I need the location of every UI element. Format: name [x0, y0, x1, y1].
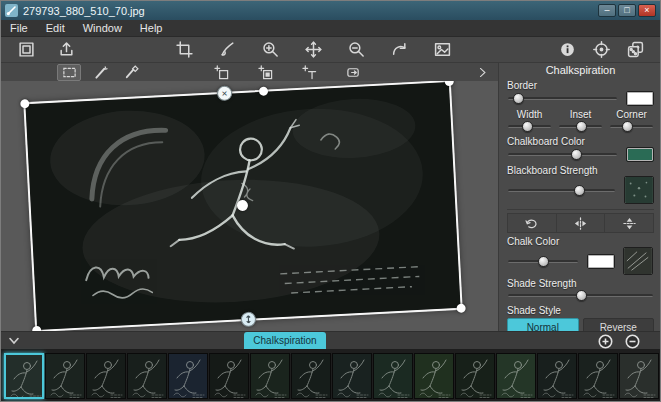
slider-thumb[interactable] — [576, 121, 587, 132]
menu-window[interactable]: Window — [74, 20, 131, 36]
corner-label: Corner — [609, 109, 654, 120]
canvas-area[interactable]: × — [1, 81, 498, 331]
chalk-color-label: Chalk Color — [507, 236, 654, 247]
redo-icon[interactable] — [386, 39, 412, 61]
handle-bottom-right[interactable] — [456, 303, 465, 312]
shade-style-buttons: Normal Reverse — [507, 318, 654, 331]
corner-slider[interactable] — [609, 120, 654, 133]
bottom-bar: Chalkspiration — [1, 331, 660, 349]
slider-thumb[interactable] — [571, 149, 582, 160]
blackboard-texture-swatch[interactable] — [624, 176, 654, 204]
panel-title: Chalkspiration — [507, 63, 654, 77]
add-frame-icon[interactable] — [209, 64, 233, 81]
chalk-brush-icon[interactable] — [89, 64, 113, 81]
menu-file[interactable]: File — [1, 20, 37, 36]
thumbnail[interactable] — [86, 353, 126, 399]
main-toolbar — [1, 37, 660, 63]
thumbnail[interactable] — [45, 353, 85, 399]
thumbnail-strip — [1, 349, 660, 402]
inset-label: Inset — [558, 109, 603, 120]
frame-icon[interactable] — [13, 39, 39, 61]
shade-style-label: Shade Style — [507, 305, 654, 316]
dice-icon[interactable] — [622, 39, 648, 61]
shade-style-normal-button[interactable]: Normal — [507, 318, 579, 331]
border-color-swatch[interactable] — [626, 91, 654, 106]
thumbnail[interactable] — [127, 353, 167, 399]
rect-select-icon[interactable] — [57, 64, 81, 81]
chalkboard-color-label: Chalkboard Color — [507, 136, 654, 147]
width-label: Width — [507, 109, 552, 120]
thumbnail[interactable] — [209, 353, 249, 399]
thumbnail[interactable] — [537, 353, 577, 399]
chalk-color-slider[interactable] — [507, 255, 579, 268]
zoom-in-icon[interactable] — [257, 39, 283, 61]
add-effect-button[interactable] — [598, 334, 613, 349]
chalk-color-swatch[interactable] — [587, 254, 615, 269]
chalkboard-color-swatch[interactable] — [626, 147, 654, 162]
thumbnail[interactable] — [4, 353, 44, 399]
selection-box[interactable]: × — [23, 81, 462, 331]
shade-strength-label: Shade Strength — [507, 278, 654, 289]
menu-help[interactable]: Help — [131, 20, 172, 36]
add-text-icon[interactable] — [297, 64, 321, 81]
add-image-icon[interactable] — [253, 64, 277, 81]
maximize-button[interactable]: □ — [618, 4, 636, 17]
width-slider[interactable] — [507, 120, 552, 133]
chalkboard-color-slider[interactable] — [507, 148, 618, 161]
export-icon[interactable] — [53, 39, 79, 61]
slider-thumb[interactable] — [538, 256, 549, 267]
thumbnail[interactable] — [291, 353, 331, 399]
chalk-texture-swatch[interactable] — [623, 247, 653, 275]
remove-effect-button[interactable] — [625, 334, 640, 349]
slider-thumb[interactable] — [576, 290, 587, 301]
target-icon[interactable] — [588, 39, 614, 61]
border-label: Border — [507, 80, 654, 91]
app-window: 279793_880_510_70.jpg – □ × File Edit Wi… — [0, 0, 661, 402]
menu-edit[interactable]: Edit — [37, 20, 74, 36]
transform-buttons — [507, 213, 654, 233]
title-bar: 279793_880_510_70.jpg – □ × — [1, 1, 660, 20]
panel-divider — [507, 209, 654, 210]
shade-style-reverse-button[interactable]: Reverse — [583, 318, 655, 331]
thumbnail[interactable] — [373, 353, 413, 399]
slider-thumb[interactable] — [513, 93, 524, 104]
menu-bar: File Edit Window Help — [1, 20, 660, 37]
thumbnail[interactable] — [578, 353, 618, 399]
window-title: 279793_880_510_70.jpg — [23, 5, 145, 17]
border-slider[interactable] — [507, 92, 618, 105]
move-icon[interactable] — [300, 39, 326, 61]
thumbnail[interactable] — [250, 353, 290, 399]
panel-expand-chevron-icon[interactable] — [470, 64, 494, 81]
draw-icon[interactable] — [214, 39, 240, 61]
slider-track[interactable] — [508, 97, 617, 100]
collapse-chevron-icon[interactable] — [5, 334, 23, 348]
stretch-handle[interactable] — [241, 311, 257, 327]
zoom-out-icon[interactable] — [343, 39, 369, 61]
image-icon[interactable] — [429, 39, 455, 61]
effect-tab[interactable]: Chalkspiration — [244, 332, 326, 350]
close-button[interactable]: × — [638, 4, 656, 17]
add-border-icon[interactable] — [341, 64, 365, 81]
flip-horizontal-button[interactable] — [557, 213, 606, 233]
chalk-eraser-icon[interactable] — [119, 64, 143, 81]
slider-thumb[interactable] — [574, 185, 585, 196]
info-icon[interactable] — [554, 39, 580, 61]
thumbnail[interactable] — [455, 353, 495, 399]
thumbnail[interactable] — [619, 353, 659, 399]
thumbnail[interactable] — [168, 353, 208, 399]
slider-track[interactable] — [508, 189, 615, 192]
shade-strength-slider[interactable] — [507, 289, 654, 302]
minimize-button[interactable]: – — [598, 4, 616, 17]
crop-icon[interactable] — [171, 39, 197, 61]
slider-thumb[interactable] — [622, 121, 633, 132]
flip-vertical-button[interactable] — [605, 213, 654, 233]
slider-track[interactable] — [508, 153, 617, 156]
thumbnail[interactable] — [332, 353, 372, 399]
inset-slider[interactable] — [558, 120, 603, 133]
rotate-button[interactable] — [507, 213, 557, 233]
thumbnail[interactable] — [496, 353, 536, 399]
thumbnail[interactable] — [414, 353, 454, 399]
blackboard-strength-slider[interactable] — [507, 184, 616, 197]
blackboard-strength-label: Blackboard Strength — [507, 165, 654, 176]
slider-thumb[interactable] — [522, 121, 533, 132]
